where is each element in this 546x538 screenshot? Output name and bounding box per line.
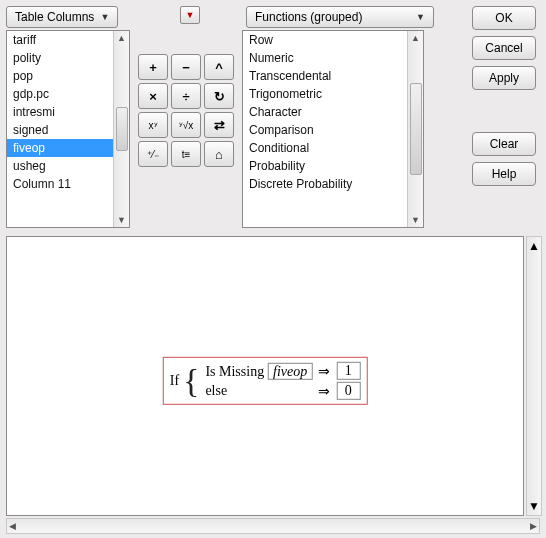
- function-name: Is Missing: [205, 363, 264, 378]
- keypad-button[interactable]: ⇄: [204, 112, 234, 138]
- list-item[interactable]: pop: [7, 67, 113, 85]
- condition-cell: Is Missing fiveop: [205, 362, 312, 379]
- delete-button[interactable]: ▼: [180, 6, 200, 24]
- implies-icon: ⇒: [318, 362, 330, 379]
- table-columns-dropdown[interactable]: Table Columns ▼: [6, 6, 118, 28]
- keypad-button[interactable]: ↻: [204, 83, 234, 109]
- list-item[interactable]: gdp.pc: [7, 85, 113, 103]
- editor-vertical-scrollbar[interactable]: ▲ ▼: [526, 236, 542, 516]
- brace-icon: {: [183, 365, 199, 397]
- triangle-down-icon: ▼: [186, 10, 195, 20]
- editor-horizontal-scrollbar[interactable]: ◀ ▶: [6, 518, 540, 534]
- scroll-up-icon[interactable]: ▲: [528, 239, 540, 253]
- help-button[interactable]: Help: [472, 162, 536, 186]
- keypad-button[interactable]: −: [171, 54, 201, 80]
- list-item[interactable]: Column 11: [7, 175, 113, 193]
- apply-button[interactable]: Apply: [472, 66, 536, 90]
- list-item[interactable]: signed: [7, 121, 113, 139]
- list-item[interactable]: Conditional: [243, 139, 407, 157]
- chevron-down-icon: ▼: [416, 12, 425, 22]
- list-item[interactable]: polity: [7, 49, 113, 67]
- then-value[interactable]: 1: [336, 362, 360, 380]
- list-item[interactable]: tariff: [7, 31, 113, 49]
- scroll-down-icon[interactable]: ▼: [117, 215, 126, 225]
- list-item[interactable]: Comparison: [243, 121, 407, 139]
- keypad-button[interactable]: ʸ√x: [171, 112, 201, 138]
- keypad-button[interactable]: ×: [138, 83, 168, 109]
- list-item[interactable]: Discrete Probability: [243, 175, 407, 193]
- scroll-down-icon[interactable]: ▼: [411, 215, 420, 225]
- implies-icon: ⇒: [318, 382, 330, 399]
- scroll-left-icon[interactable]: ◀: [9, 521, 16, 531]
- scroll-thumb[interactable]: [410, 83, 422, 175]
- list-item[interactable]: Character: [243, 103, 407, 121]
- keypad-button[interactable]: ⁺∕₋: [138, 141, 168, 167]
- function-arg[interactable]: fiveop: [268, 362, 312, 379]
- keypad-button[interactable]: ÷: [171, 83, 201, 109]
- functions-list[interactable]: RowNumericTranscendentalTrigonometricCha…: [242, 30, 424, 228]
- scroll-thumb[interactable]: [116, 107, 128, 151]
- keypad-button[interactable]: +: [138, 54, 168, 80]
- else-value[interactable]: 0: [336, 382, 360, 400]
- clear-button[interactable]: Clear: [472, 132, 536, 156]
- scroll-right-icon[interactable]: ▶: [530, 521, 537, 531]
- else-label: else: [205, 383, 312, 399]
- scroll-up-icon[interactable]: ▲: [411, 33, 420, 43]
- scroll-down-icon[interactable]: ▼: [528, 499, 540, 513]
- scroll-up-icon[interactable]: ▲: [117, 33, 126, 43]
- list-item[interactable]: Row: [243, 31, 407, 49]
- list-item[interactable]: Probability: [243, 157, 407, 175]
- cancel-button[interactable]: Cancel: [472, 36, 536, 60]
- keypad-button[interactable]: xʸ: [138, 112, 168, 138]
- operator-keypad: +−^×÷↻xʸʸ√x⇄⁺∕₋t≡⌂: [138, 54, 234, 167]
- if-label: If: [170, 373, 179, 389]
- list-item[interactable]: fiveop: [7, 139, 113, 157]
- formula-editor[interactable]: If { Is Missing fiveop ⇒ 1 else ⇒ 0: [6, 236, 524, 516]
- functions-dropdown[interactable]: Functions (grouped) ▼: [246, 6, 434, 28]
- list-item[interactable]: Transcendental: [243, 67, 407, 85]
- list-item[interactable]: Trigonometric: [243, 85, 407, 103]
- functions-scrollbar[interactable]: ▲ ▼: [407, 31, 423, 227]
- table-columns-label: Table Columns: [15, 10, 94, 24]
- ok-button[interactable]: OK: [472, 6, 536, 30]
- list-item[interactable]: intresmi: [7, 103, 113, 121]
- table-columns-list[interactable]: tariffpolitypopgdp.pcintresmisignedfiveo…: [6, 30, 130, 228]
- keypad-button[interactable]: ⌂: [204, 141, 234, 167]
- list-item[interactable]: usheg: [7, 157, 113, 175]
- keypad-button[interactable]: ^: [204, 54, 234, 80]
- columns-scrollbar[interactable]: ▲ ▼: [113, 31, 129, 227]
- formula-expression[interactable]: If { Is Missing fiveop ⇒ 1 else ⇒ 0: [163, 357, 368, 405]
- list-item[interactable]: Numeric: [243, 49, 407, 67]
- functions-label: Functions (grouped): [255, 10, 362, 24]
- chevron-down-icon: ▼: [100, 12, 109, 22]
- keypad-button[interactable]: t≡: [171, 141, 201, 167]
